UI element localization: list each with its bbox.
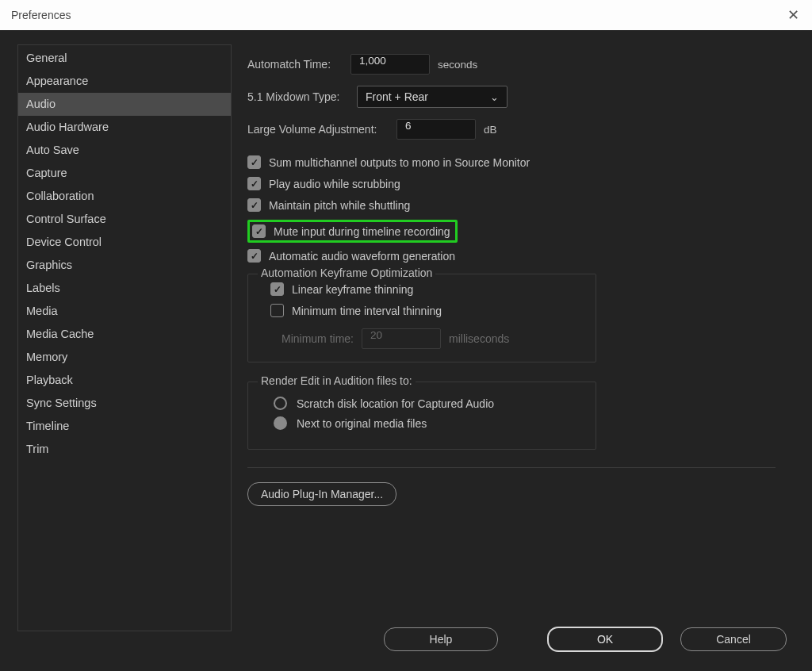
sidebar-item-label: Device Control — [26, 236, 102, 248]
mixdown-type-label: 5.1 Mixdown Type: — [247, 90, 349, 103]
play-audio-scrubbing-label: Play audio while scrubbing — [269, 178, 400, 190]
automatch-time-label: Automatch Time: — [247, 58, 343, 71]
sidebar-item-label: Media Cache — [26, 328, 94, 340]
automatch-time-suffix: seconds — [438, 59, 477, 71]
checkbox-icon — [270, 304, 284, 317]
sidebar-item-device-control[interactable]: Device Control — [18, 231, 231, 254]
sidebar-item-trim[interactable]: Trim — [18, 438, 231, 461]
sidebar-item-label: General — [26, 52, 67, 64]
preferences-content: Automatch Time: 1,000 seconds 5.1 Mixdow… — [232, 44, 796, 631]
cancel-button[interactable]: Cancel — [680, 627, 787, 651]
maintain-pitch-label: Maintain pitch while shuttling — [269, 199, 410, 212]
render-edit-audition-group: Render Edit in Audition files to: Scratc… — [247, 382, 596, 450]
auto-waveform-row[interactable]: Automatic audio waveform generation — [247, 249, 788, 263]
sidebar-item-label: Capture — [26, 167, 67, 179]
mixdown-type-select[interactable]: Front + Rear ⌄ — [357, 86, 508, 108]
play-audio-scrubbing-row[interactable]: Play audio while scrubbing — [247, 177, 788, 190]
auto-waveform-label: Automatic audio waveform generation — [269, 250, 455, 263]
scratch-disk-location-row[interactable]: Scratch disk location for Captured Audio — [274, 397, 584, 410]
preferences-sidebar: General Appearance Audio Audio Hardware … — [17, 44, 232, 631]
linear-keyframe-thinning-label: Linear keyframe thinning — [292, 283, 413, 296]
help-button[interactable]: Help — [384, 627, 498, 651]
linear-keyframe-thinning-row[interactable]: Linear keyframe thinning — [270, 282, 584, 296]
sidebar-item-playback[interactable]: Playback — [18, 369, 231, 392]
sidebar-item-general[interactable]: General — [18, 47, 231, 70]
sidebar-item-label: Timeline — [26, 420, 69, 432]
sidebar-item-audio-hardware[interactable]: Audio Hardware — [18, 116, 231, 139]
window-title: Preferences — [11, 9, 71, 21]
close-icon[interactable]: ✕ — [783, 6, 802, 25]
sidebar-item-control-surface[interactable]: Control Surface — [18, 208, 231, 231]
preferences-dialog: General Appearance Audio Audio Hardware … — [0, 30, 812, 671]
maintain-pitch-row[interactable]: Maintain pitch while shuttling — [247, 198, 788, 212]
checkbox-icon — [247, 155, 261, 169]
next-to-original-media-label: Next to original media files — [297, 417, 427, 430]
ok-button[interactable]: OK — [547, 627, 663, 652]
sidebar-item-label: Playback — [26, 374, 73, 386]
checkbox-icon — [270, 282, 284, 296]
large-volume-adjustment-input[interactable]: 6 — [396, 119, 476, 140]
checkbox-icon — [247, 249, 261, 263]
mute-input-label: Mute input during timeline recording — [274, 225, 450, 238]
sidebar-item-media-cache[interactable]: Media Cache — [18, 323, 231, 346]
automatch-time-input[interactable]: 1,000 — [350, 54, 430, 75]
mute-input-row[interactable]: Mute input during timeline recording — [252, 224, 450, 238]
chevron-down-icon: ⌄ — [490, 91, 499, 103]
sidebar-item-appearance[interactable]: Appearance — [18, 70, 231, 93]
sidebar-item-label: Graphics — [26, 259, 72, 271]
sum-multichannel-row[interactable]: Sum multichannel outputs to mono in Sour… — [247, 155, 788, 169]
sidebar-item-timeline[interactable]: Timeline — [18, 415, 231, 438]
sidebar-item-label: Memory — [26, 351, 67, 363]
sidebar-item-label: Trim — [26, 443, 48, 455]
audio-plugin-manager-button[interactable]: Audio Plug-In Manager... — [247, 482, 396, 506]
highlighted-option: Mute input during timeline recording — [247, 220, 458, 243]
checkbox-icon — [247, 177, 261, 190]
titlebar: Preferences ✕ — [0, 0, 812, 30]
render-legend: Render Edit in Audition files to: — [258, 374, 416, 387]
sidebar-item-collaboration[interactable]: Collaboration — [18, 185, 231, 208]
minimum-time-interval-thinning-label: Minimum time interval thinning — [292, 305, 442, 317]
radio-icon — [274, 416, 287, 430]
sidebar-item-capture[interactable]: Capture — [18, 162, 231, 185]
checkbox-icon — [247, 198, 261, 212]
divider — [247, 467, 776, 468]
sum-multichannel-label: Sum multichannel outputs to mono in Sour… — [269, 156, 530, 169]
minimum-time-label: Minimum time: — [282, 332, 354, 345]
radio-icon — [274, 397, 287, 410]
sidebar-item-media[interactable]: Media — [18, 300, 231, 323]
sidebar-item-label: Labels — [26, 282, 60, 294]
ako-legend: Automation Keyframe Optimization — [258, 266, 435, 279]
next-to-original-media-row[interactable]: Next to original media files — [274, 416, 584, 430]
sidebar-item-label: Control Surface — [26, 213, 106, 225]
minimum-time-interval-thinning-row[interactable]: Minimum time interval thinning — [270, 304, 584, 317]
sidebar-item-audio[interactable]: Audio — [18, 93, 231, 116]
large-volume-adjustment-label: Large Volume Adjustment: — [247, 123, 389, 136]
sidebar-item-memory[interactable]: Memory — [18, 346, 231, 369]
sidebar-item-sync-settings[interactable]: Sync Settings — [18, 392, 231, 415]
sidebar-item-label: Sync Settings — [26, 397, 97, 409]
sidebar-item-label: Audio Hardware — [26, 121, 109, 133]
minimum-time-input: 20 — [362, 328, 441, 349]
sidebar-item-labels[interactable]: Labels — [18, 277, 231, 300]
dialog-buttons: Help OK Cancel — [384, 627, 787, 652]
sidebar-item-graphics[interactable]: Graphics — [18, 254, 231, 277]
automation-keyframe-optimization-group: Automation Keyframe Optimization Linear … — [247, 274, 596, 362]
scratch-disk-location-label: Scratch disk location for Captured Audio — [297, 397, 494, 410]
sidebar-item-label: Audio — [26, 98, 56, 110]
sidebar-item-label: Appearance — [26, 75, 88, 87]
minimum-time-suffix: milliseconds — [449, 332, 509, 345]
sidebar-item-label: Media — [26, 305, 58, 317]
sidebar-item-label: Collaboration — [26, 190, 94, 202]
checkbox-icon — [252, 224, 266, 238]
mixdown-type-value: Front + Rear — [366, 90, 428, 103]
sidebar-item-auto-save[interactable]: Auto Save — [18, 139, 231, 162]
sidebar-item-label: Auto Save — [26, 144, 79, 156]
large-volume-adjustment-suffix: dB — [484, 124, 497, 136]
